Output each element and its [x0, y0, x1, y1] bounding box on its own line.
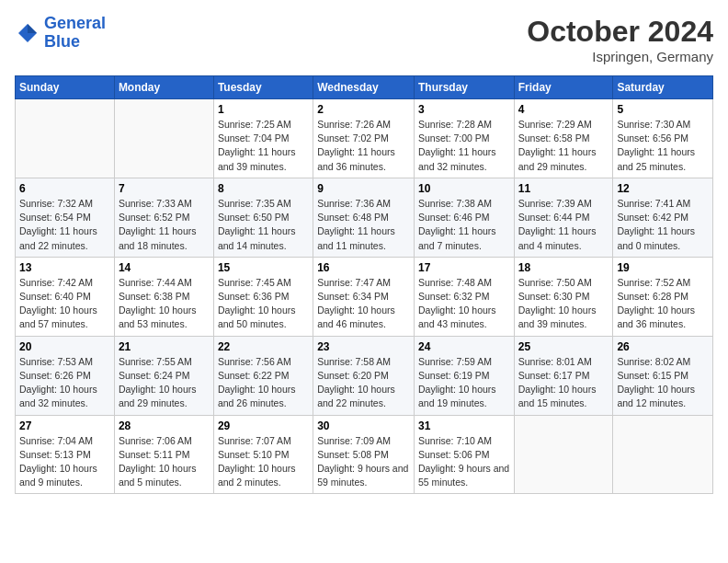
- calendar-cell: 24Sunrise: 7:59 AM Sunset: 6:19 PM Dayli…: [414, 336, 514, 415]
- day-info: Sunrise: 7:38 AM Sunset: 6:46 PM Dayligh…: [418, 197, 510, 253]
- day-info: Sunrise: 7:56 AM Sunset: 6:22 PM Dayligh…: [218, 355, 309, 411]
- calendar-cell: 6Sunrise: 7:32 AM Sunset: 6:54 PM Daylig…: [16, 178, 115, 257]
- day-info: Sunrise: 7:10 AM Sunset: 5:06 PM Dayligh…: [418, 434, 510, 490]
- calendar-cell: 15Sunrise: 7:45 AM Sunset: 6:36 PM Dayli…: [213, 257, 313, 336]
- page-header: General Blue October 2024 Ispringen, Ger…: [15, 15, 713, 64]
- calendar-cell: 17Sunrise: 7:48 AM Sunset: 6:32 PM Dayli…: [414, 257, 514, 336]
- calendar-cell: 29Sunrise: 7:07 AM Sunset: 5:10 PM Dayli…: [213, 415, 313, 494]
- day-info: Sunrise: 7:41 AM Sunset: 6:42 PM Dayligh…: [617, 197, 709, 253]
- day-number: 26: [617, 340, 709, 353]
- calendar-cell: 7Sunrise: 7:33 AM Sunset: 6:52 PM Daylig…: [114, 178, 213, 257]
- day-number: 31: [418, 419, 510, 432]
- day-info: Sunrise: 7:59 AM Sunset: 6:19 PM Dayligh…: [418, 355, 510, 411]
- day-info: Sunrise: 7:09 AM Sunset: 5:08 PM Dayligh…: [317, 434, 410, 490]
- day-info: Sunrise: 7:04 AM Sunset: 5:13 PM Dayligh…: [19, 434, 110, 490]
- day-info: Sunrise: 7:48 AM Sunset: 6:32 PM Dayligh…: [418, 276, 510, 332]
- calendar-cell: 10Sunrise: 7:38 AM Sunset: 6:46 PM Dayli…: [414, 178, 514, 257]
- day-number: 18: [518, 261, 609, 274]
- day-number: 8: [218, 182, 309, 195]
- calendar-cell: 31Sunrise: 7:10 AM Sunset: 5:06 PM Dayli…: [414, 415, 514, 494]
- calendar-week-2: 6Sunrise: 7:32 AM Sunset: 6:54 PM Daylig…: [16, 178, 713, 257]
- calendar-week-5: 27Sunrise: 7:04 AM Sunset: 5:13 PM Dayli…: [16, 415, 713, 494]
- calendar-cell: 11Sunrise: 7:39 AM Sunset: 6:44 PM Dayli…: [514, 178, 613, 257]
- day-info: Sunrise: 7:58 AM Sunset: 6:20 PM Dayligh…: [317, 355, 410, 411]
- day-info: Sunrise: 7:26 AM Sunset: 7:02 PM Dayligh…: [317, 118, 410, 174]
- title-block: October 2024 Ispringen, Germany: [527, 15, 713, 64]
- calendar-cell: 3Sunrise: 7:28 AM Sunset: 7:00 PM Daylig…: [414, 99, 514, 178]
- day-number: 25: [518, 340, 609, 353]
- day-info: Sunrise: 7:44 AM Sunset: 6:38 PM Dayligh…: [119, 276, 210, 332]
- month-title: October 2024: [527, 15, 713, 49]
- calendar-week-3: 13Sunrise: 7:42 AM Sunset: 6:40 PM Dayli…: [16, 257, 713, 336]
- calendar-cell: [613, 415, 713, 494]
- calendar-week-4: 20Sunrise: 7:53 AM Sunset: 6:26 PM Dayli…: [16, 336, 713, 415]
- day-info: Sunrise: 7:39 AM Sunset: 6:44 PM Dayligh…: [518, 197, 609, 253]
- calendar-cell: 19Sunrise: 7:52 AM Sunset: 6:28 PM Dayli…: [613, 257, 713, 336]
- day-number: 10: [418, 182, 510, 195]
- calendar-body: 1Sunrise: 7:25 AM Sunset: 7:04 PM Daylig…: [16, 99, 713, 494]
- weekday-header-thursday: Thursday: [414, 76, 514, 99]
- day-number: 2: [317, 103, 410, 116]
- day-info: Sunrise: 7:32 AM Sunset: 6:54 PM Dayligh…: [19, 197, 110, 253]
- day-number: 16: [317, 261, 410, 274]
- day-info: Sunrise: 7:33 AM Sunset: 6:52 PM Dayligh…: [119, 197, 210, 253]
- day-number: 15: [218, 261, 309, 274]
- logo-blue: Blue: [44, 32, 80, 51]
- calendar-cell: 4Sunrise: 7:29 AM Sunset: 6:58 PM Daylig…: [514, 99, 613, 178]
- calendar-cell: 13Sunrise: 7:42 AM Sunset: 6:40 PM Dayli…: [16, 257, 115, 336]
- logo-icon: [15, 20, 40, 46]
- weekday-header-monday: Monday: [114, 76, 213, 99]
- day-info: Sunrise: 7:30 AM Sunset: 6:56 PM Dayligh…: [617, 118, 709, 174]
- calendar-table: SundayMondayTuesdayWednesdayThursdayFrid…: [15, 75, 713, 494]
- calendar-cell: 9Sunrise: 7:36 AM Sunset: 6:48 PM Daylig…: [313, 178, 415, 257]
- calendar-cell: 27Sunrise: 7:04 AM Sunset: 5:13 PM Dayli…: [16, 415, 115, 494]
- day-info: Sunrise: 7:53 AM Sunset: 6:26 PM Dayligh…: [19, 355, 110, 411]
- weekday-header-row: SundayMondayTuesdayWednesdayThursdayFrid…: [16, 76, 713, 99]
- day-info: Sunrise: 7:36 AM Sunset: 6:48 PM Dayligh…: [317, 197, 410, 253]
- day-info: Sunrise: 7:35 AM Sunset: 6:50 PM Dayligh…: [218, 197, 309, 253]
- logo: General Blue: [15, 15, 106, 52]
- day-number: 20: [19, 340, 110, 353]
- day-number: 9: [317, 182, 410, 195]
- day-number: 7: [119, 182, 210, 195]
- logo-general: General: [44, 14, 106, 32]
- day-number: 24: [418, 340, 510, 353]
- calendar-cell: [514, 415, 613, 494]
- day-number: 14: [119, 261, 210, 274]
- day-number: 1: [218, 103, 309, 116]
- day-number: 11: [518, 182, 609, 195]
- day-info: Sunrise: 7:52 AM Sunset: 6:28 PM Dayligh…: [617, 276, 709, 332]
- logo-text: General Blue: [44, 15, 106, 52]
- day-info: Sunrise: 7:45 AM Sunset: 6:36 PM Dayligh…: [218, 276, 309, 332]
- day-number: 30: [317, 419, 410, 432]
- day-info: Sunrise: 7:25 AM Sunset: 7:04 PM Dayligh…: [218, 118, 309, 174]
- calendar-cell: 5Sunrise: 7:30 AM Sunset: 6:56 PM Daylig…: [613, 99, 713, 178]
- day-number: 12: [617, 182, 709, 195]
- calendar-cell: [114, 99, 213, 178]
- day-info: Sunrise: 7:50 AM Sunset: 6:30 PM Dayligh…: [518, 276, 609, 332]
- calendar-cell: 18Sunrise: 7:50 AM Sunset: 6:30 PM Dayli…: [514, 257, 613, 336]
- day-info: Sunrise: 7:47 AM Sunset: 6:34 PM Dayligh…: [317, 276, 410, 332]
- day-info: Sunrise: 8:02 AM Sunset: 6:15 PM Dayligh…: [617, 355, 709, 411]
- day-number: 23: [317, 340, 410, 353]
- day-number: 13: [19, 261, 110, 274]
- day-number: 29: [218, 419, 309, 432]
- day-info: Sunrise: 7:28 AM Sunset: 7:00 PM Dayligh…: [418, 118, 510, 174]
- calendar-cell: 23Sunrise: 7:58 AM Sunset: 6:20 PM Dayli…: [313, 336, 415, 415]
- weekday-header-sunday: Sunday: [16, 76, 115, 99]
- calendar-cell: 20Sunrise: 7:53 AM Sunset: 6:26 PM Dayli…: [16, 336, 115, 415]
- calendar-cell: 25Sunrise: 8:01 AM Sunset: 6:17 PM Dayli…: [514, 336, 613, 415]
- day-info: Sunrise: 7:29 AM Sunset: 6:58 PM Dayligh…: [518, 118, 609, 174]
- calendar-cell: 26Sunrise: 8:02 AM Sunset: 6:15 PM Dayli…: [613, 336, 713, 415]
- calendar-cell: 16Sunrise: 7:47 AM Sunset: 6:34 PM Dayli…: [313, 257, 415, 336]
- calendar-cell: [16, 99, 115, 178]
- weekday-header-tuesday: Tuesday: [213, 76, 313, 99]
- day-info: Sunrise: 8:01 AM Sunset: 6:17 PM Dayligh…: [518, 355, 609, 411]
- day-info: Sunrise: 7:42 AM Sunset: 6:40 PM Dayligh…: [19, 276, 110, 332]
- weekday-header-friday: Friday: [514, 76, 613, 99]
- calendar-cell: 8Sunrise: 7:35 AM Sunset: 6:50 PM Daylig…: [213, 178, 313, 257]
- day-number: 4: [518, 103, 609, 116]
- day-number: 17: [418, 261, 510, 274]
- calendar-cell: 28Sunrise: 7:06 AM Sunset: 5:11 PM Dayli…: [114, 415, 213, 494]
- day-number: 22: [218, 340, 309, 353]
